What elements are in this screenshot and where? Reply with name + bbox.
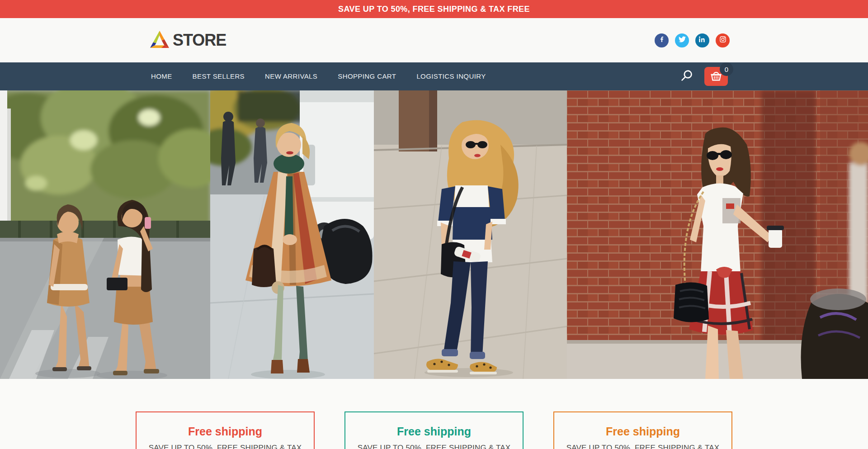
- feature-card-free-shipping-3: Free shipping SAVE UP TO 50%, FREE SHIPP…: [553, 411, 732, 449]
- twitter-button[interactable]: [675, 33, 689, 47]
- storefront-page: SAVE UP TO 50%, FREE SHIPPING & TAX FREE…: [0, 0, 868, 449]
- feature-title: Free shipping: [141, 425, 309, 438]
- nav-item-best-sellers[interactable]: BEST SELLERS: [193, 72, 245, 80]
- store-logo[interactable]: STORE: [149, 30, 226, 51]
- feature-text: SAVE UP TO 50%, FREE SHIPPING & TAX FREE: [559, 444, 727, 449]
- instagram-button[interactable]: [716, 33, 730, 47]
- twitter-icon: [679, 36, 686, 45]
- hero-slide-3[interactable]: [374, 90, 567, 379]
- features-section: Free shipping SAVE UP TO 50%, FREE SHIPP…: [0, 379, 868, 449]
- social-links: [655, 33, 730, 47]
- logo-text: STORE: [173, 31, 226, 50]
- linkedin-icon: [699, 36, 706, 45]
- search-icon: [680, 70, 693, 83]
- nav-item-home[interactable]: HOME: [151, 72, 172, 80]
- nav-item-logistics-inquiry[interactable]: LOGISTICS INQUIRY: [416, 72, 486, 80]
- cart-count-badge: 0: [720, 62, 733, 76]
- site-header: STORE: [0, 18, 868, 62]
- feature-text: SAVE UP TO 50%, FREE SHIPPING & TAX FREE: [350, 444, 518, 449]
- promo-banner: SAVE UP TO 50%, FREE SHIPPING & TAX FREE: [0, 0, 868, 18]
- cart-button[interactable]: 0: [704, 67, 728, 86]
- feature-title: Free shipping: [350, 425, 518, 438]
- facebook-button[interactable]: [655, 33, 669, 47]
- instagram-icon: [719, 36, 726, 45]
- main-nav: HOME BEST SELLERS NEW ARRIVALS SHOPPING …: [0, 62, 868, 90]
- feature-card-free-shipping-2: Free shipping SAVE UP TO 50%, FREE SHIPP…: [344, 411, 524, 449]
- feature-card-free-shipping-1: Free shipping SAVE UP TO 50%, FREE SHIPP…: [136, 411, 315, 449]
- feature-text: SAVE UP TO 50%, FREE SHIPPING & TAX FREE: [141, 444, 309, 449]
- search-button[interactable]: [680, 70, 693, 83]
- hero-slide-2[interactable]: [210, 90, 374, 379]
- promo-banner-text: SAVE UP TO 50%, FREE SHIPPING & TAX FREE: [338, 5, 530, 14]
- linkedin-button[interactable]: [695, 33, 709, 47]
- nav-item-shopping-cart[interactable]: SHOPPING CART: [338, 72, 396, 80]
- feature-title: Free shipping: [559, 425, 727, 438]
- hero-carousel: [0, 90, 868, 379]
- nav-menu: HOME BEST SELLERS NEW ARRIVALS SHOPPING …: [151, 72, 506, 80]
- hero-slide-1[interactable]: [0, 90, 210, 379]
- nav-item-new-arrivals[interactable]: NEW ARRIVALS: [265, 72, 317, 80]
- logo-triangle-icon: [149, 30, 170, 51]
- facebook-icon: [658, 36, 665, 45]
- hero-slide-4[interactable]: [567, 90, 868, 379]
